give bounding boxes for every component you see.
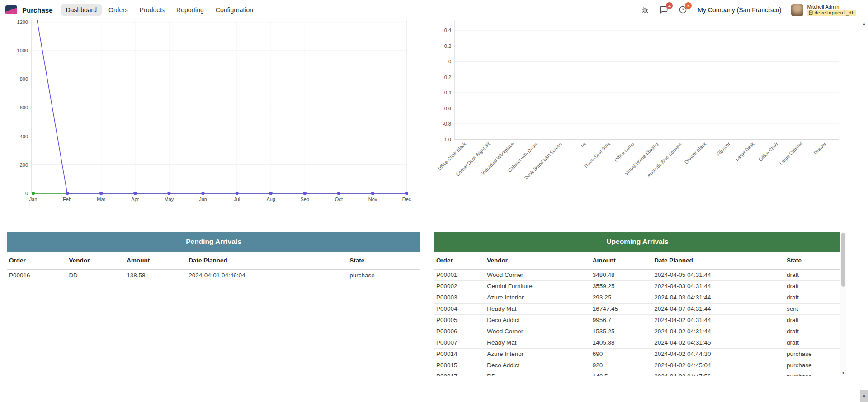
- table-scrollbar[interactable]: ▼: [840, 232, 846, 376]
- table-row[interactable]: P00007Ready Mat1405.882024-04-02 04:31:4…: [434, 337, 840, 348]
- svg-text:1200: 1200: [17, 20, 28, 25]
- svg-text:Drawer Black: Drawer Black: [684, 140, 708, 164]
- table-row[interactable]: P00003Azure Interior293.252024-04-03 04:…: [434, 292, 840, 303]
- scroll-down-icon[interactable]: ▼: [840, 371, 846, 375]
- column-header: Date Planned: [652, 252, 785, 269]
- table-row[interactable]: P00014Azure Interior6902024-04-02 04:44:…: [434, 348, 840, 360]
- avatar: [791, 4, 803, 16]
- table-row[interactable]: P00017DD148.52024-04-02 04:47:56purchase: [434, 371, 840, 376]
- table-cell: draft: [785, 292, 840, 303]
- table-cell: Gemini Furniture: [485, 280, 590, 292]
- table-cell: purchase: [785, 371, 840, 376]
- svg-text:0.4: 0.4: [444, 28, 451, 33]
- table-cell: 3559.25: [591, 280, 652, 292]
- table-cell: 2024-04-02 04:45:04: [652, 360, 785, 371]
- table-cell: 2024-04-01 04:46:04: [187, 269, 348, 281]
- table-row[interactable]: P00004Ready Mat16747.452024-04-07 04:31:…: [434, 303, 840, 314]
- table-cell: 293.25: [591, 292, 652, 303]
- table-cell: 1405.88: [591, 337, 652, 348]
- page-scrollbar[interactable]: ▲ ▼: [860, 20, 868, 402]
- table-header-row: OrderVendorAmountDate PlannedState: [7, 252, 420, 269]
- products-bar-chart[interactable]: 0.40.20-0.2-0.4-0.6-0.8-1.0Office Chair …: [429, 20, 846, 206]
- table-cell: P00007: [434, 337, 485, 348]
- table-cell: P00004: [434, 303, 485, 314]
- scroll-down-icon: ▼: [863, 394, 866, 398]
- svg-text:-0.8: -0.8: [443, 121, 451, 126]
- pending-arrivals-title: Pending Arrivals: [7, 232, 420, 252]
- column-header: Amount: [125, 252, 187, 269]
- table-cell: P00001: [434, 269, 485, 280]
- menu-reporting[interactable]: Reporting: [171, 4, 209, 16]
- svg-text:1000: 1000: [17, 48, 28, 53]
- table-cell: 920: [591, 360, 652, 371]
- table-cell: 138.58: [125, 269, 187, 281]
- svg-text:800: 800: [20, 76, 28, 82]
- menu-products[interactable]: Products: [135, 4, 170, 16]
- menu-dashboard[interactable]: Dashboard: [61, 4, 102, 16]
- upcoming-arrivals-card: Upcoming Arrivals OrderVendorAmountDate …: [434, 232, 846, 376]
- column-header: Order: [434, 252, 485, 269]
- svg-text:Sep: Sep: [301, 196, 310, 202]
- activities-badge: 5: [685, 2, 692, 9]
- messages-button[interactable]: 4: [660, 5, 669, 14]
- svg-text:Drawer: Drawer: [812, 141, 827, 156]
- table-row[interactable]: P00001Wood Corner3480.482024-04-05 04:31…: [434, 269, 840, 280]
- upcoming-arrivals-table: OrderVendorAmountDate PlannedState P0000…: [434, 252, 840, 376]
- table-scrollbar-thumb[interactable]: [841, 233, 845, 287]
- table-row[interactable]: P00006Wood Corner1535.252024-04-02 04:31…: [434, 326, 840, 337]
- svg-text:Oct: Oct: [335, 196, 343, 202]
- column-header: Vendor: [485, 252, 590, 269]
- menu-configuration[interactable]: Configuration: [211, 4, 258, 16]
- table-cell: Azure Interior: [485, 292, 590, 303]
- line-chart-canvas: 020040060080010001200JanFebMarAprMayJunJ…: [0, 20, 416, 206]
- svg-text:Large Desk: Large Desk: [734, 140, 755, 162]
- table-cell: Deco Addict: [485, 314, 590, 326]
- table-cell: 2024-04-03 04:31:44: [652, 280, 785, 292]
- column-header: Vendor: [67, 252, 125, 269]
- table-cell: Ready Mat: [485, 303, 590, 314]
- table-row[interactable]: P00005Deco Addict9956.72024-04-02 04:31:…: [434, 314, 840, 326]
- database-badge: development_db: [807, 10, 856, 16]
- svg-text:Three-Seat Sofa: Three-Seat Sofa: [583, 141, 611, 169]
- nav-right: 4 5 My Company (San Francisco) Mitchell …: [641, 4, 863, 16]
- table-cell: draft: [785, 326, 840, 337]
- table-cell: Deco Addict: [485, 360, 590, 371]
- scroll-down-button[interactable]: ▼: [860, 390, 868, 402]
- activities-button[interactable]: 5: [679, 5, 688, 14]
- svg-text:-0.6: -0.6: [443, 106, 451, 111]
- table-cell: draft: [785, 314, 840, 326]
- table-cell: Wood Corner: [485, 326, 590, 337]
- scroll-up-icon[interactable]: ▲: [860, 22, 868, 26]
- table-header-row: OrderVendorAmountDate PlannedState: [434, 252, 840, 269]
- svg-text:200: 200: [20, 162, 28, 168]
- table-row[interactable]: P00002Gemini Furniture3559.252024-04-03 …: [434, 280, 840, 292]
- table-cell: P00002: [434, 280, 485, 292]
- table-cell: draft: [785, 269, 840, 280]
- table-cell: purchase: [785, 348, 840, 360]
- table-row[interactable]: P00015Deco Addict9202024-04-02 04:45:04p…: [434, 360, 840, 371]
- table-cell: draft: [785, 280, 840, 292]
- svg-text:-1.0: -1.0: [443, 137, 451, 142]
- svg-text:-0.2: -0.2: [443, 75, 451, 80]
- svg-text:Jan: Jan: [29, 196, 38, 202]
- svg-text:Jun: Jun: [199, 196, 207, 202]
- svg-text:Nov: Nov: [368, 196, 377, 202]
- menu-orders[interactable]: Orders: [104, 4, 133, 16]
- table-cell: sent: [785, 303, 840, 314]
- user-name: Mitchell Admin: [807, 4, 839, 10]
- database-icon: [809, 10, 813, 15]
- user-menu[interactable]: Mitchell Admin development_db: [791, 4, 856, 16]
- top-navbar: Purchase Dashboard Orders Products Repor…: [0, 0, 868, 20]
- app-switcher-icon[interactable]: [5, 5, 17, 14]
- table-cell: 148.5: [591, 371, 652, 376]
- table-row[interactable]: P00016DD138.582024-04-01 04:46:04purchas…: [7, 269, 420, 281]
- svg-text:Feb: Feb: [63, 196, 71, 202]
- user-block: Mitchell Admin development_db: [807, 4, 856, 16]
- table-cell: P00017: [434, 371, 485, 376]
- svg-text:May: May: [165, 196, 174, 202]
- bar-chart-canvas: 0.40.20-0.2-0.4-0.6-0.8-1.0Office Chair …: [429, 20, 846, 206]
- table-body: P00016DD138.582024-04-01 04:46:04purchas…: [7, 269, 420, 281]
- debug-button[interactable]: [641, 5, 650, 14]
- company-selector[interactable]: My Company (San Francisco): [698, 6, 781, 14]
- purchase-orders-line-chart[interactable]: 020040060080010001200JanFebMarAprMayJunJ…: [0, 20, 416, 206]
